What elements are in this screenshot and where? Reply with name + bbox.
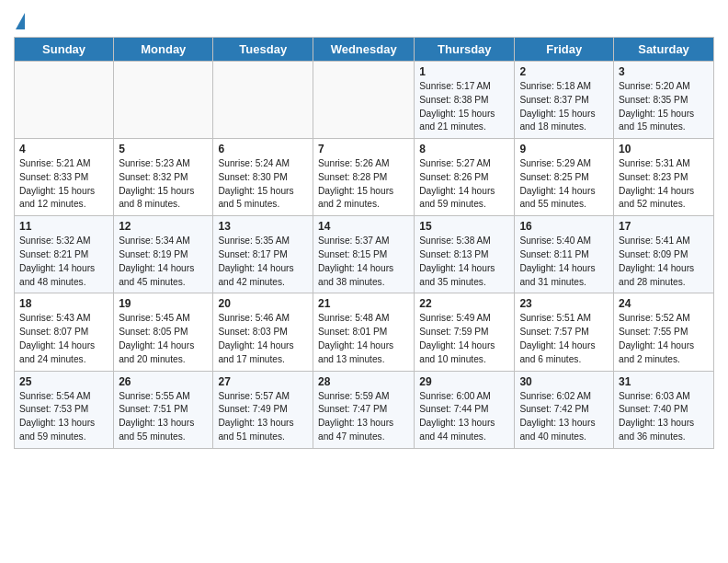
calendar-cell: 19Sunrise: 5:45 AMSunset: 8:05 PMDayligh… — [114, 293, 213, 371]
day-info: Sunrise: 5:59 AMSunset: 7:47 PMDaylight:… — [318, 390, 409, 444]
calendar-cell: 29Sunrise: 6:00 AMSunset: 7:44 PMDayligh… — [415, 371, 515, 448]
day-number: 26 — [119, 375, 208, 388]
day-number: 14 — [318, 220, 409, 233]
day-info: Sunrise: 5:46 AMSunset: 8:03 PMDaylight:… — [218, 312, 308, 366]
calendar-cell: 27Sunrise: 5:57 AMSunset: 7:49 PMDayligh… — [213, 371, 313, 448]
day-info: Sunrise: 5:55 AMSunset: 7:51 PMDaylight:… — [119, 390, 208, 444]
calendar-cell: 30Sunrise: 6:02 AMSunset: 7:42 PMDayligh… — [515, 371, 614, 448]
day-number: 21 — [318, 297, 409, 310]
day-info: Sunrise: 5:31 AMSunset: 8:23 PMDaylight:… — [619, 157, 709, 212]
day-number: 10 — [619, 143, 709, 155]
calendar-cell: 6Sunrise: 5:24 AMSunset: 8:30 PMDaylight… — [213, 139, 313, 216]
day-info: Sunrise: 5:18 AMSunset: 8:37 PMDaylight:… — [519, 80, 609, 134]
day-number: 24 — [619, 297, 709, 310]
calendar-cell: 17Sunrise: 5:41 AMSunset: 8:09 PMDayligh… — [614, 216, 714, 293]
day-info: Sunrise: 5:52 AMSunset: 7:55 PMDaylight:… — [619, 312, 709, 366]
day-info: Sunrise: 5:51 AMSunset: 7:57 PMDaylight:… — [519, 312, 609, 366]
calendar-cell: 3Sunrise: 5:20 AMSunset: 8:35 PMDaylight… — [614, 62, 714, 139]
calendar-cell: 8Sunrise: 5:27 AMSunset: 8:26 PMDaylight… — [415, 139, 515, 216]
calendar-cell: 28Sunrise: 5:59 AMSunset: 7:47 PMDayligh… — [313, 371, 415, 448]
day-number: 15 — [419, 220, 509, 233]
calendar-week-row: 11Sunrise: 5:32 AMSunset: 8:21 PMDayligh… — [15, 216, 714, 293]
calendar-cell: 18Sunrise: 5:43 AMSunset: 8:07 PMDayligh… — [15, 293, 114, 371]
day-info: Sunrise: 5:45 AMSunset: 8:05 PMDaylight:… — [119, 312, 208, 366]
day-info: Sunrise: 5:23 AMSunset: 8:32 PMDaylight:… — [119, 157, 208, 212]
day-info: Sunrise: 5:24 AMSunset: 8:30 PMDaylight:… — [218, 157, 308, 212]
calendar-cell: 11Sunrise: 5:32 AMSunset: 8:21 PMDayligh… — [15, 216, 114, 293]
day-number: 3 — [619, 65, 709, 78]
day-info: Sunrise: 5:27 AMSunset: 8:26 PMDaylight:… — [419, 157, 509, 212]
calendar-cell: 24Sunrise: 5:52 AMSunset: 7:55 PMDayligh… — [614, 293, 714, 371]
day-number: 8 — [419, 143, 509, 155]
calendar-table: SundayMondayTuesdayWednesdayThursdayFrid… — [14, 37, 714, 449]
day-info: Sunrise: 5:40 AMSunset: 8:11 PMDaylight:… — [519, 235, 609, 289]
day-info: Sunrise: 6:02 AMSunset: 7:42 PMDaylight:… — [519, 390, 609, 444]
day-number: 2 — [519, 65, 609, 78]
day-number: 6 — [218, 143, 308, 155]
day-info: Sunrise: 5:43 AMSunset: 8:07 PMDaylight:… — [19, 312, 108, 366]
calendar-header-tuesday: Tuesday — [213, 38, 313, 62]
calendar-cell — [213, 62, 313, 139]
calendar-header-saturday: Saturday — [614, 38, 714, 62]
logo — [14, 13, 25, 31]
header — [14, 9, 714, 31]
day-info: Sunrise: 5:32 AMSunset: 8:21 PMDaylight:… — [19, 235, 108, 289]
day-number: 20 — [218, 297, 308, 310]
day-info: Sunrise: 5:38 AMSunset: 8:13 PMDaylight:… — [419, 235, 509, 289]
day-number: 11 — [19, 220, 108, 233]
calendar-header-monday: Monday — [114, 38, 213, 62]
calendar-header-row: SundayMondayTuesdayWednesdayThursdayFrid… — [15, 38, 714, 62]
calendar-cell: 22Sunrise: 5:49 AMSunset: 7:59 PMDayligh… — [415, 293, 515, 371]
day-number: 22 — [419, 297, 509, 310]
day-info: Sunrise: 5:17 AMSunset: 8:38 PMDaylight:… — [419, 80, 509, 134]
day-number: 4 — [19, 143, 108, 155]
day-info: Sunrise: 5:57 AMSunset: 7:49 PMDaylight:… — [218, 390, 308, 444]
day-number: 28 — [318, 375, 409, 388]
day-number: 13 — [218, 220, 308, 233]
calendar-cell: 1Sunrise: 5:17 AMSunset: 8:38 PMDaylight… — [415, 62, 515, 139]
calendar-cell: 14Sunrise: 5:37 AMSunset: 8:15 PMDayligh… — [313, 216, 415, 293]
day-number: 18 — [19, 297, 108, 310]
calendar-cell: 13Sunrise: 5:35 AMSunset: 8:17 PMDayligh… — [213, 216, 313, 293]
day-info: Sunrise: 6:03 AMSunset: 7:40 PMDaylight:… — [619, 390, 709, 444]
day-info: Sunrise: 5:49 AMSunset: 7:59 PMDaylight:… — [419, 312, 509, 366]
calendar-cell: 12Sunrise: 5:34 AMSunset: 8:19 PMDayligh… — [114, 216, 213, 293]
calendar-week-row: 18Sunrise: 5:43 AMSunset: 8:07 PMDayligh… — [15, 293, 714, 371]
calendar-header-friday: Friday — [515, 38, 614, 62]
calendar-header-thursday: Thursday — [415, 38, 515, 62]
calendar-cell — [114, 62, 213, 139]
day-info: Sunrise: 5:34 AMSunset: 8:19 PMDaylight:… — [119, 235, 208, 289]
calendar-cell: 31Sunrise: 6:03 AMSunset: 7:40 PMDayligh… — [614, 371, 714, 448]
calendar-header-wednesday: Wednesday — [313, 38, 415, 62]
calendar-cell — [15, 62, 114, 139]
calendar-cell — [313, 62, 415, 139]
day-number: 25 — [19, 375, 108, 388]
day-info: Sunrise: 5:29 AMSunset: 8:25 PMDaylight:… — [519, 157, 609, 212]
day-info: Sunrise: 6:00 AMSunset: 7:44 PMDaylight:… — [419, 390, 509, 444]
day-number: 12 — [119, 220, 208, 233]
day-info: Sunrise: 5:26 AMSunset: 8:28 PMDaylight:… — [318, 157, 409, 212]
day-info: Sunrise: 5:35 AMSunset: 8:17 PMDaylight:… — [218, 235, 308, 289]
calendar-cell: 16Sunrise: 5:40 AMSunset: 8:11 PMDayligh… — [515, 216, 614, 293]
calendar-week-row: 1Sunrise: 5:17 AMSunset: 8:38 PMDaylight… — [15, 62, 714, 139]
day-number: 31 — [619, 375, 709, 388]
day-number: 1 — [419, 65, 509, 78]
calendar-cell: 9Sunrise: 5:29 AMSunset: 8:25 PMDaylight… — [515, 139, 614, 216]
day-number: 23 — [519, 297, 609, 310]
day-number: 16 — [519, 220, 609, 233]
day-number: 17 — [619, 220, 709, 233]
calendar-cell: 20Sunrise: 5:46 AMSunset: 8:03 PMDayligh… — [213, 293, 313, 371]
day-info: Sunrise: 5:41 AMSunset: 8:09 PMDaylight:… — [619, 235, 709, 289]
calendar-cell: 21Sunrise: 5:48 AMSunset: 8:01 PMDayligh… — [313, 293, 415, 371]
calendar-cell: 23Sunrise: 5:51 AMSunset: 7:57 PMDayligh… — [515, 293, 614, 371]
day-number: 19 — [119, 297, 208, 310]
calendar-cell: 4Sunrise: 5:21 AMSunset: 8:33 PMDaylight… — [15, 139, 114, 216]
day-number: 30 — [519, 375, 609, 388]
day-info: Sunrise: 5:37 AMSunset: 8:15 PMDaylight:… — [318, 235, 409, 289]
day-number: 9 — [519, 143, 609, 155]
day-info: Sunrise: 5:54 AMSunset: 7:53 PMDaylight:… — [19, 390, 108, 444]
calendar-cell: 15Sunrise: 5:38 AMSunset: 8:13 PMDayligh… — [415, 216, 515, 293]
day-number: 29 — [419, 375, 509, 388]
day-number: 27 — [218, 375, 308, 388]
logo-triangle-icon — [16, 13, 25, 29]
